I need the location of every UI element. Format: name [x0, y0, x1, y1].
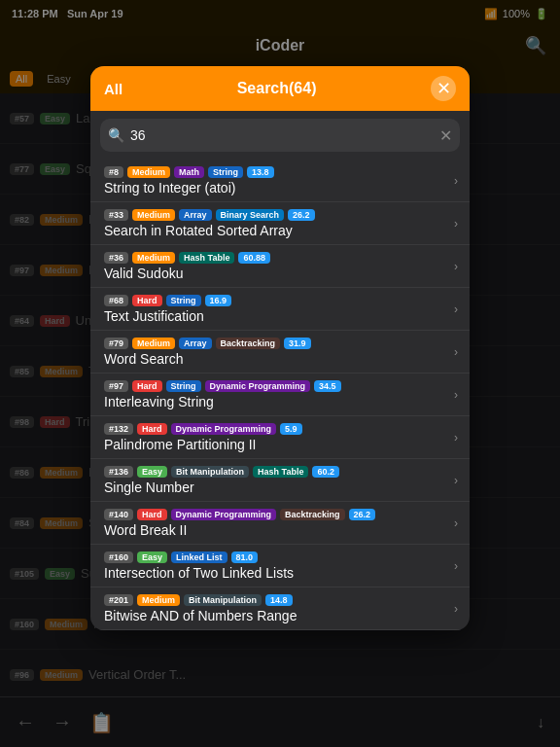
- result-tag: Bit Manipulation: [184, 594, 262, 606]
- search-modal: All Search(64) ✕ 🔍 36 ✕ #8 Medium Math S…: [90, 66, 470, 630]
- result-title: Interleaving String: [104, 394, 456, 409]
- result-difficulty: Easy: [137, 551, 167, 563]
- result-row-9[interactable]: #140 Hard Dynamic Programming Backtracki…: [90, 502, 470, 545]
- result-num: #201: [104, 594, 133, 606]
- modal-header-title: Search(64): [122, 80, 431, 97]
- result-tag: Backtracking: [280, 509, 345, 520]
- result-tags-10: #160 Easy Linked List 81.0: [104, 551, 456, 563]
- result-tag: Dynamic Programming: [205, 380, 311, 392]
- result-tag: Binary Search: [216, 209, 285, 221]
- result-tags-2: #33 Medium Array Binary Search 26.2: [104, 209, 456, 221]
- result-row-5[interactable]: #79 Medium Array Backtracking 31.9 Word …: [90, 331, 470, 374]
- result-row-6[interactable]: #97 Hard String Dynamic Programming 34.5…: [90, 374, 470, 416]
- result-difficulty: Hard: [132, 380, 162, 392]
- result-tag: Dynamic Programming: [171, 509, 277, 520]
- result-row-3[interactable]: #36 Medium Hash Table 60.88 Valid Sudoku…: [90, 245, 470, 288]
- result-difficulty: Medium: [132, 338, 175, 349]
- result-num: #132: [104, 423, 133, 435]
- result-num: #36: [104, 252, 128, 264]
- result-tags-9: #140 Hard Dynamic Programming Backtracki…: [104, 509, 456, 520]
- result-score: 5.9: [280, 423, 302, 435]
- chevron-right-icon: ›: [454, 602, 458, 616]
- result-tag: Math: [174, 166, 204, 178]
- result-difficulty: Hard: [137, 423, 167, 435]
- result-score: 16.9: [205, 295, 232, 306]
- result-row-7[interactable]: #132 Hard Dynamic Programming 5.9 Palind…: [90, 416, 470, 459]
- result-tags-7: #132 Hard Dynamic Programming 5.9: [104, 423, 456, 435]
- result-title: Text Justification: [104, 308, 456, 324]
- result-title: Intersection of Two Linked Lists: [104, 565, 456, 581]
- chevron-right-icon: ›: [454, 516, 458, 530]
- search-box-icon: 🔍: [108, 127, 124, 143]
- result-tag: Dynamic Programming: [171, 423, 277, 435]
- result-tag: String: [166, 295, 201, 306]
- result-score: 14.8: [265, 594, 293, 606]
- chevron-right-icon: ›: [454, 559, 458, 573]
- result-score: 81.0: [231, 551, 259, 563]
- result-score: 34.5: [314, 380, 341, 392]
- result-num: #136: [104, 466, 133, 478]
- result-title: Word Search: [104, 351, 456, 367]
- result-title: Palindrome Partitioning II: [104, 437, 456, 452]
- result-difficulty: Medium: [137, 594, 180, 606]
- result-score: 26.2: [288, 209, 315, 221]
- result-row-10[interactable]: #160 Easy Linked List 81.0 Intersection …: [90, 545, 470, 587]
- result-row-4[interactable]: #68 Hard String 16.9 Text Justification …: [90, 288, 470, 331]
- result-tags-8: #136 Easy Bit Manipulation Hash Table 60…: [104, 466, 456, 478]
- result-tags-4: #68 Hard String 16.9: [104, 295, 456, 306]
- chevron-right-icon: ›: [454, 388, 458, 402]
- search-input[interactable]: 36: [130, 127, 434, 143]
- chevron-right-icon: ›: [454, 431, 458, 445]
- result-score: 31.9: [284, 338, 311, 349]
- result-num: #97: [104, 380, 128, 392]
- result-difficulty: Medium: [132, 209, 175, 221]
- chevron-right-icon: ›: [454, 474, 458, 487]
- result-difficulty: Easy: [137, 466, 167, 478]
- result-difficulty: Hard: [132, 295, 162, 306]
- result-difficulty: Medium: [127, 166, 170, 178]
- search-box[interactable]: 🔍 36 ✕: [100, 119, 460, 152]
- search-clear-button[interactable]: ✕: [439, 126, 452, 145]
- chevron-right-icon: ›: [454, 345, 458, 359]
- result-title: Valid Sudoku: [104, 266, 456, 281]
- result-num: #68: [104, 295, 128, 306]
- result-title: Bitwise AND of Numbers Range: [104, 608, 456, 623]
- result-tag: Hash Table: [253, 466, 308, 478]
- result-score: 60.2: [312, 466, 339, 478]
- result-tags-3: #36 Medium Hash Table 60.88: [104, 252, 456, 264]
- result-tag: String: [166, 380, 201, 392]
- result-score: 26.2: [349, 509, 376, 520]
- result-tags-11: #201 Medium Bit Manipulation 14.8: [104, 594, 456, 606]
- chevron-right-icon: ›: [454, 174, 458, 188]
- result-difficulty: Hard: [137, 509, 167, 520]
- result-tag: Hash Table: [179, 252, 234, 264]
- result-title: String to Integer (atoi): [104, 180, 456, 196]
- chevron-right-icon: ›: [454, 260, 458, 273]
- result-title: Word Break II: [104, 522, 456, 538]
- result-row-8[interactable]: #136 Easy Bit Manipulation Hash Table 60…: [90, 459, 470, 502]
- result-tag: Linked List: [171, 551, 228, 563]
- results-list: #8 Medium Math String 13.8 String to Int…: [90, 160, 470, 630]
- result-tags-5: #79 Medium Array Backtracking 31.9: [104, 338, 456, 349]
- result-tag: Array: [179, 209, 212, 221]
- result-tags-1: #8 Medium Math String 13.8: [104, 166, 456, 178]
- result-num: #79: [104, 338, 128, 349]
- chevron-right-icon: ›: [454, 217, 458, 231]
- modal-header-left: All: [104, 81, 122, 97]
- result-row-1[interactable]: #8 Medium Math String 13.8 String to Int…: [90, 160, 470, 202]
- modal-close-button[interactable]: ✕: [431, 76, 456, 101]
- result-row-2[interactable]: #33 Medium Array Binary Search 26.2 Sear…: [90, 202, 470, 245]
- result-score: 13.8: [247, 166, 274, 178]
- result-tag: Array: [179, 338, 212, 349]
- chevron-right-icon: ›: [454, 302, 458, 316]
- result-tag: Bit Manipulation: [171, 466, 249, 478]
- result-tags-6: #97 Hard String Dynamic Programming 34.5: [104, 380, 456, 392]
- modal-header: All Search(64) ✕: [90, 66, 470, 111]
- result-tag: String: [208, 166, 243, 178]
- result-num: #140: [104, 509, 133, 520]
- result-difficulty: Medium: [132, 252, 175, 264]
- result-num: #160: [104, 551, 133, 563]
- modal-overlay: All Search(64) ✕ 🔍 36 ✕ #8 Medium Math S…: [0, 0, 560, 747]
- result-row-11[interactable]: #201 Medium Bit Manipulation 14.8 Bitwis…: [90, 587, 470, 630]
- result-tag: Backtracking: [216, 338, 281, 349]
